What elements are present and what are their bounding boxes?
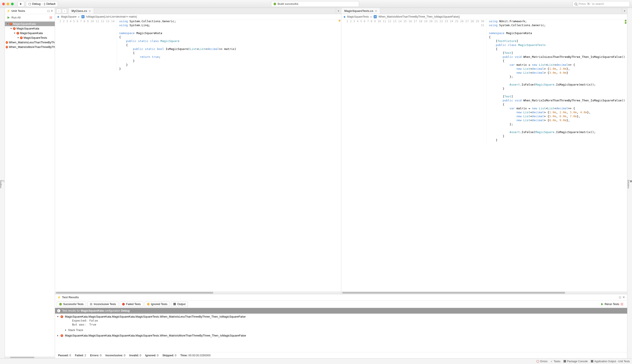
- error-icon: [536, 360, 539, 363]
- editor-left: ‹ › MyClass.cs× ▾ ◆MagicSquare▸ MIsMagic…: [55, 8, 341, 294]
- unit-tests-title: Unit Tests: [12, 9, 25, 12]
- tabstrip: ‹ › MyClass.cs× ▾: [55, 8, 341, 14]
- breadcrumb[interactable]: ◆MagicSquare▸ MIsMagicSquare(List<List<d…: [55, 14, 341, 19]
- check-icon: [550, 360, 552, 363]
- search-icon: [574, 3, 577, 5]
- bolt-icon: ⚡: [7, 9, 10, 12]
- info-icon: i: [57, 309, 60, 312]
- close-icon[interactable]: ✕: [622, 296, 625, 299]
- method-icon: M: [374, 15, 377, 18]
- package-console-button[interactable]: Package Console: [563, 360, 588, 363]
- terminal-icon: [591, 360, 593, 362]
- tree-hscroll[interactable]: [5, 356, 55, 358]
- config-selector[interactable]: ▢ Debug › ▯ Default: [26, 1, 58, 7]
- window-controls: [2, 3, 14, 5]
- method-icon: M: [82, 15, 85, 18]
- filter-successful[interactable]: Successful Tests: [57, 302, 86, 307]
- fail-detail: Expected: False But was: True: [55, 319, 627, 326]
- code-editor[interactable]: 1 2 3 4 5 6 7 8 9 10 11 12 13 14 15 16 1…: [341, 19, 627, 292]
- progress-icon: [50, 16, 52, 19]
- terminal-icon: [173, 303, 176, 305]
- progress-icon: [620, 303, 623, 306]
- undock-icon[interactable]: ◻: [619, 296, 621, 299]
- box-icon: ▢: [29, 2, 31, 6]
- filter-inconclusive[interactable]: Inconclusive Tests: [87, 302, 118, 307]
- close-icon[interactable]: ×: [89, 9, 91, 13]
- test-results-panel: ⚡ Test Results ◻ ✕ Successful Tests Inco…: [55, 294, 627, 358]
- app-output-button[interactable]: Application Output - Unit Tests: [591, 360, 630, 363]
- toolbar: ▢ Debug › ▯ Default Build successful. Pr…: [0, 0, 632, 8]
- tabstrip: MagicSquareTests.cs× ▾: [341, 8, 627, 14]
- statusbar: Errors Tasks Package Console Application…: [0, 358, 632, 364]
- close-window-icon[interactable]: [2, 3, 5, 5]
- left-tool-rail: T⁝Toolbox ▤Document Outline: [0, 8, 5, 358]
- run-config-label: Debug: [32, 2, 41, 6]
- play-icon: [20, 3, 22, 5]
- build-status[interactable]: Build successful.: [271, 1, 359, 7]
- filter-ignored[interactable]: Ignored Tests: [145, 302, 170, 307]
- test-tree: ⚡MagicSquareKata ⚡MagicSquareKata ⚡Magic…: [5, 21, 55, 356]
- run-target-label: Default: [47, 2, 56, 6]
- results-info-bar: i Test results for MagicSquareKata confi…: [55, 308, 627, 314]
- unit-tests-header: ⚡ Unit Tests ◻ ✕: [5, 8, 55, 14]
- tab-dropdown[interactable]: ▾: [622, 8, 627, 14]
- nav-forward-button[interactable]: ›: [62, 9, 67, 13]
- breadcrumb[interactable]: ◆MagicSquareTests▸ MWhen_MatrixIsMoreTha…: [341, 14, 627, 19]
- right-tool-rail: ▦Solution: [627, 8, 632, 358]
- undock-icon[interactable]: ◻: [47, 9, 50, 12]
- close-icon[interactable]: ✕: [51, 9, 53, 12]
- device-icon: ▯: [44, 2, 45, 6]
- stack-trace-toggle[interactable]: Stack Trace: [68, 328, 83, 332]
- errors-pad-button[interactable]: Errors: [536, 360, 547, 363]
- code-editor[interactable]: 1 2 3 4 5 6 7 8 9 10 11 12 13 14 using S…: [55, 19, 341, 292]
- test-results-title: Test Results: [62, 296, 79, 299]
- minimize-window-icon[interactable]: [7, 3, 9, 5]
- status-text: Build successful.: [278, 2, 299, 6]
- play-icon: [601, 303, 603, 306]
- tree-item[interactable]: ⚡MagicSquareKata: [5, 26, 55, 31]
- filter-failed[interactable]: Failed Tests: [120, 302, 143, 307]
- tree-test[interactable]: ⚡When_MatrixIsMoreThanThreeByThree_Then_…: [5, 45, 55, 49]
- bolt-icon: ⚡: [57, 296, 61, 299]
- toolbox-tab[interactable]: T⁝Toolbox: [0, 180, 5, 188]
- output-button[interactable]: Output: [171, 302, 188, 307]
- solution-tab[interactable]: ▦Solution: [627, 180, 632, 188]
- zoom-window-icon[interactable]: [11, 3, 14, 5]
- tree-root[interactable]: ⚡MagicSquareKata: [5, 22, 55, 26]
- editor-right: MagicSquareTests.cs× ▾ ◆MagicSquareTests…: [341, 8, 627, 294]
- close-icon[interactable]: ×: [375, 9, 377, 13]
- search-placeholder: Press '⌘.' to search: [578, 2, 604, 6]
- editor-hscroll[interactable]: [55, 292, 341, 294]
- run-all-label: Run All: [12, 16, 21, 19]
- tab-tests[interactable]: MagicSquareTests.cs×: [341, 8, 380, 14]
- tree-item[interactable]: ⚡MagicSquareTests: [5, 36, 55, 40]
- results-summary: Passed: 0 Failed: 2 Errors: 0 Inconclusi…: [55, 352, 627, 358]
- failed-test-row[interactable]: ⚡MagicSquareKata.MagicSquareKata.MagicSq…: [55, 314, 627, 319]
- tree-test[interactable]: ⚡When_MatrixIsLessThanThreeByThree_Then_…: [5, 40, 55, 45]
- unit-tests-panel: ⚡ Unit Tests ◻ ✕ Run All ⚡MagicSquareKat…: [5, 8, 55, 358]
- tab-myclass[interactable]: MyClass.cs×: [69, 8, 94, 14]
- search-input[interactable]: Press '⌘.' to search: [572, 1, 630, 7]
- tree-item[interactable]: ⚡MagicSquareKata: [5, 31, 55, 36]
- editor-hscroll[interactable]: [341, 292, 627, 294]
- nav-back-button[interactable]: ‹: [56, 9, 61, 13]
- run-button[interactable]: [18, 1, 24, 7]
- results-list: ⚡MagicSquareKata.MagicSquareKata.MagicSq…: [55, 314, 627, 352]
- tab-dropdown[interactable]: ▾: [336, 8, 341, 14]
- rerun-tests-button[interactable]: Rerun Tests: [599, 302, 625, 307]
- chevron-right-icon: ›: [42, 2, 43, 6]
- failed-test-row[interactable]: ⚡MagicSquareKata.MagicSquareKata.MagicSq…: [55, 334, 627, 338]
- tasks-pad-button[interactable]: Tasks: [550, 360, 560, 363]
- result-filters: Successful Tests Inconclusive Tests Fail…: [55, 300, 627, 308]
- terminal-icon: [563, 360, 566, 362]
- check-icon: [274, 3, 276, 5]
- play-icon: [8, 16, 10, 19]
- run-all-button[interactable]: Run All: [5, 14, 55, 21]
